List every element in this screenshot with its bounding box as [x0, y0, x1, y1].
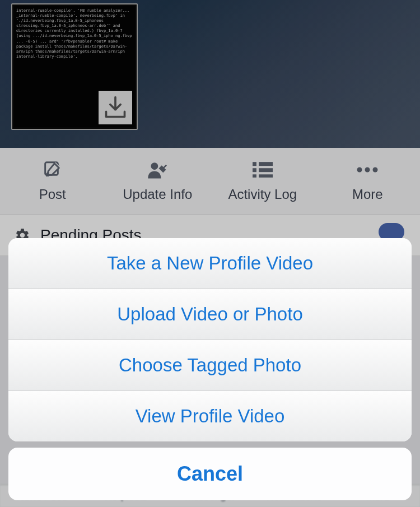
choose-tagged-photo-option[interactable]: Choose Tagged Photo: [8, 340, 412, 391]
take-new-profile-video-option[interactable]: Take a New Profile Video: [8, 238, 412, 289]
upload-video-or-photo-option[interactable]: Upload Video or Photo: [8, 289, 412, 340]
action-sheet-options: Take a New Profile Video Upload Video or…: [8, 238, 412, 441]
action-sheet: Take a New Profile Video Upload Video or…: [8, 238, 412, 500]
cancel-button[interactable]: Cancel: [8, 448, 412, 500]
view-profile-video-option[interactable]: View Profile Video: [8, 391, 412, 441]
